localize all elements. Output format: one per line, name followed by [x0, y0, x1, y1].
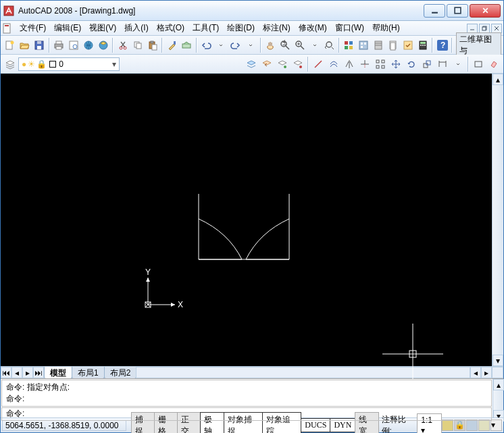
layerprops-button[interactable]	[3, 57, 18, 72]
properties-button[interactable]	[342, 38, 356, 53]
menu-window[interactable]: 窗口(W)	[331, 21, 368, 35]
minimize-button[interactable]	[424, 4, 445, 18]
command-line[interactable]: 命令:	[1, 407, 492, 421]
tab-prev-button[interactable]: ◂	[11, 367, 22, 378]
menu-modify[interactable]: 修改(M)	[295, 21, 331, 35]
designcenter-button[interactable]	[357, 38, 371, 53]
zoom-dropdown[interactable]	[307, 38, 322, 53]
mdi-close[interactable]	[491, 24, 502, 33]
command-history[interactable]: 命令: 指定对角点: 命令:	[1, 380, 492, 407]
close-button[interactable]	[470, 4, 501, 18]
new-button[interactable]	[3, 38, 17, 53]
undo-dropdown[interactable]	[214, 38, 228, 53]
save-button[interactable]	[32, 38, 47, 53]
svg-rect-37	[345, 41, 348, 45]
svg-rect-41	[359, 41, 368, 49]
redo-dropdown[interactable]	[244, 38, 258, 53]
trim-button[interactable]	[357, 57, 372, 72]
menu-view[interactable]: 视图(V)	[85, 21, 120, 35]
paste-button[interactable]	[145, 38, 159, 53]
toolbar-sep	[432, 38, 433, 53]
rotate-button[interactable]	[404, 57, 419, 72]
tab-layout1[interactable]: 布局1	[72, 367, 105, 379]
svg-rect-15	[56, 47, 61, 49]
sheetset-button[interactable]	[386, 38, 401, 53]
markup-button[interactable]	[401, 38, 415, 53]
scroll-right-button[interactable]: ▸	[481, 367, 492, 378]
cut-button[interactable]	[116, 38, 130, 53]
command-scrollbar[interactable]: ▴ ▾	[493, 379, 503, 422]
scroll-up-button[interactable]: ▴	[493, 74, 503, 85]
cmd-scroll-up[interactable]: ▴	[493, 379, 504, 390]
tab-model[interactable]: 模型	[44, 367, 72, 379]
standard-toolbar: ± ? 二维草图与	[1, 36, 503, 55]
menu-edit[interactable]: 编辑(E)	[50, 21, 85, 35]
menu-insert[interactable]: 插入(I)	[120, 21, 152, 35]
svg-rect-2	[455, 7, 461, 14]
tab-layout2[interactable]: 布局2	[104, 367, 137, 379]
menubar: 文件(F) 编辑(E) 视图(V) 插入(I) 格式(O) 工具(T) 绘图(D…	[1, 21, 503, 36]
redo-button[interactable]	[229, 38, 243, 53]
layerstate-button[interactable]	[244, 57, 259, 72]
svg-rect-49	[390, 43, 395, 50]
array-button[interactable]	[373, 57, 388, 72]
workspace-label[interactable]: 二维草图与	[456, 32, 501, 58]
dim-dropdown[interactable]	[451, 57, 465, 72]
blockeditor-button[interactable]	[180, 38, 194, 53]
matchprop-button[interactable]	[165, 38, 179, 53]
svg-rect-39	[345, 46, 348, 49]
mirror-button[interactable]	[342, 57, 357, 72]
tab-next-button[interactable]: ▸	[22, 367, 33, 378]
calculator-button[interactable]	[416, 38, 430, 53]
menu-tools[interactable]: 工具(T)	[188, 21, 223, 35]
mdi-restore[interactable]	[479, 24, 490, 33]
zoom-realtime-button[interactable]: ±	[278, 38, 292, 53]
layeriso-button[interactable]	[275, 57, 290, 72]
print-button[interactable]	[52, 38, 66, 53]
tab-first-button[interactable]: ⏮	[1, 367, 11, 378]
svg-rect-42	[361, 43, 363, 45]
vertical-scrollbar[interactable]: ▴ ▾	[492, 74, 503, 366]
zoom-window-button[interactable]	[293, 38, 307, 53]
toolbar-sep	[49, 38, 50, 53]
scroll-corner	[492, 367, 503, 378]
pan-button[interactable]	[263, 38, 278, 53]
tab-last-button[interactable]: ⏭	[33, 367, 44, 378]
menu-draw[interactable]: 绘图(D)	[223, 21, 259, 35]
toolbar-sep	[112, 38, 114, 53]
layeruniso-button[interactable]	[291, 57, 305, 72]
svg-rect-27	[174, 41, 176, 45]
erase-button[interactable]	[486, 57, 501, 72]
drawing-canvas[interactable]: X Y	[1, 74, 492, 366]
svg-rect-54	[422, 45, 424, 46]
svg-text:?: ?	[440, 41, 445, 50]
scale-button[interactable]	[420, 57, 434, 72]
line-button[interactable]	[311, 57, 326, 72]
undo-button[interactable]	[199, 38, 213, 53]
scroll-down-button[interactable]: ▾	[493, 355, 503, 366]
offset-button[interactable]	[326, 57, 341, 72]
rectangle-button[interactable]	[471, 57, 486, 72]
layerprev-button[interactable]	[259, 57, 274, 72]
plot-preview-button[interactable]	[67, 38, 81, 53]
copy-button[interactable]	[130, 38, 145, 53]
maximize-button[interactable]	[447, 4, 468, 18]
publish-button[interactable]	[82, 38, 96, 53]
open-button[interactable]	[18, 38, 32, 53]
layer-combo[interactable]: ● ☀ 🔒 0 ▾	[18, 57, 120, 71]
help-button[interactable]: ?	[435, 38, 449, 53]
dim-linear-button[interactable]	[435, 57, 450, 72]
zoom-previous-button[interactable]	[322, 38, 336, 53]
menu-dim[interactable]: 标注(N)	[259, 21, 295, 35]
menu-help[interactable]: 帮助(H)	[368, 21, 404, 35]
mdi-minimize[interactable]	[467, 24, 478, 33]
move-button[interactable]	[388, 57, 403, 72]
menu-format[interactable]: 格式(O)	[153, 21, 188, 35]
scroll-left-button[interactable]: ◂	[470, 367, 481, 378]
toolpalettes-button[interactable]	[372, 38, 386, 53]
menu-file[interactable]: 文件(F)	[16, 21, 50, 35]
svg-rect-26	[152, 45, 157, 50]
toolbar-sep	[468, 57, 469, 72]
lightbulb-icon: ●	[22, 59, 26, 69]
3ddwf-button[interactable]	[96, 38, 110, 53]
